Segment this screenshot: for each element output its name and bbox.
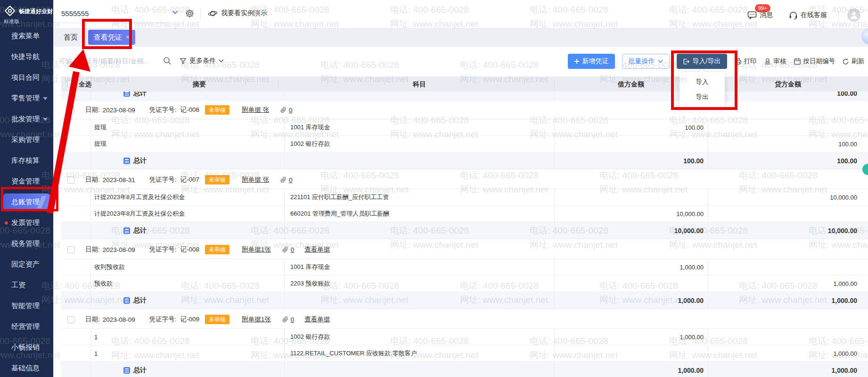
attachment-link[interactable]: 附单据1张 [242,315,271,324]
refresh-button[interactable]: 刷新 [842,57,864,66]
number-by-date-button[interactable]: 按日期编号 [794,57,835,66]
demo-link[interactable]: 我要看实例演示 [208,9,267,17]
entry-subject: 221101 应付职工薪酬_应付职工工资 [290,189,389,205]
batch-operations-button[interactable]: 批量操作 [622,54,670,69]
sidebar-item-label: 工资 [11,281,25,289]
entry-subject: 2203 预收账款 [290,276,330,292]
attachment-count: 0 [282,246,295,253]
voucher-entry-row: 计提2023年8月工资及社保公积金221101 应付职工薪酬_应付职工工资10,… [61,189,868,206]
sidebar-item-5[interactable]: 采购管理 [0,129,53,150]
entry-credit: 100.00 [838,136,857,152]
message-icon [747,11,757,19]
search-input[interactable] [59,53,160,68]
paperclip-icon [280,107,287,113]
attachment-count-link[interactable]: 0 [289,107,293,114]
attachment-link[interactable]: 附单据1张 [242,245,271,254]
import-export-label: 导入/导出 [693,57,721,66]
table-row-partial: 总计100.00100.00 [61,92,868,101]
voucher-group-header: 日期:2023-08-31凭证字号:记-007未审核附单据 张0 [61,171,868,189]
voucher-no-value: 记-007 [180,176,200,184]
tab-0[interactable]: 首页 [64,33,78,42]
attachment-count-link[interactable]: 0 [289,176,293,184]
column-summary: 摘要 [193,80,206,89]
attachment-count: 0 [282,316,295,323]
online-support-button[interactable]: 在线客服 [789,11,827,20]
calculator-icon [123,92,130,97]
avatar[interactable] [847,8,860,22]
messages-button[interactable]: 消息 99+ [747,11,776,19]
plus-icon [574,59,580,64]
sidebar-item-9[interactable]: 发票管理 [0,212,53,233]
row-checkbox[interactable] [67,246,74,253]
sidebar-item-16[interactable]: 基础信息 [0,358,53,377]
settings-gear-icon[interactable] [185,9,194,18]
date-label: 日期: [85,176,100,184]
status-badge: 未审核 [205,315,229,324]
audit-button[interactable]: 审核 [764,57,786,66]
entry-subject: 1001 库存现金 [290,119,330,135]
sidebar-item-1[interactable]: 快捷导航 [0,46,53,67]
sidebar-item-label: 项目合同 [11,73,40,81]
sidebar-item-8[interactable]: 总账管理 [3,193,50,210]
total-label: 总计 [133,366,147,375]
sidebar-item-12[interactable]: 工资 [0,275,53,295]
select-all-checkbox[interactable] [67,80,74,87]
company-name[interactable]: 5555555 [61,9,89,17]
attachment-count-link[interactable]: 0 [291,316,295,323]
new-voucher-button[interactable]: 新增凭证 [568,54,615,69]
attachment-link[interactable]: 附单据 张 [242,176,269,184]
entry-subject: 1122.RETAIL_CUSTOMER 应收账款.零散客户 [290,345,417,361]
sidebar-item-13[interactable]: 智能管理 [0,295,53,316]
dropdown-item-0[interactable]: 导入 [680,75,725,90]
status-badge: 未审核 [205,245,229,254]
sidebar-item-6[interactable]: 库存核算 [0,150,53,171]
total-credit: 1,000.00 [832,362,858,377]
import-export-dropdown: 导入导出 [680,72,725,107]
sidebar-item-2[interactable]: 项目合同 [0,67,53,88]
attachment-count-link[interactable]: 0 [291,246,295,253]
tab-1[interactable]: 查看凭证× [88,30,135,45]
entry-subject: 1002 银行存款 [290,136,330,152]
demo-link-label: 我要看实例演示 [221,9,267,17]
voucher-entry-row: 预收款2203 预收账款1,000.00 [61,276,868,292]
attachment-count: 0 [280,176,293,184]
attachment-link[interactable]: 附单据 张 [242,106,269,114]
more-conditions-button[interactable]: 更多条件 [180,57,224,65]
audit-label: 审核 [774,57,786,66]
sidebar-item-11[interactable]: 固定资产 [0,254,53,275]
row-checkbox[interactable] [67,107,74,114]
sidebar-item-label: 税务管理 [11,239,40,247]
sidebar-item-4[interactable]: 批发管理 [0,109,53,129]
view-documents-link[interactable]: 查看单据 [304,315,330,324]
voucher-group-0: 日期:2023-08-09凭证字号:记-006未审核附单据 张0提现1001 库… [61,101,868,169]
column-credit: 贷方金额 [775,80,801,89]
import-export-button[interactable]: 导入/导出 [677,54,727,69]
import-export-icon [683,58,690,65]
voucher-no-value: 记-006 [180,106,200,114]
row-checkbox[interactable] [67,316,74,323]
sidebar-item-10[interactable]: 税务管理 [0,233,53,254]
search-icon[interactable] [163,57,172,65]
row-checkbox[interactable] [67,176,74,184]
total-credit: 10,000.00 [828,222,857,239]
total-debit: 1,000.00 [678,292,704,309]
voucher-no-value: 记-009 [180,315,200,324]
sidebar-item-0[interactable]: 搜索菜单 [0,25,53,46]
print-button[interactable]: 打印 [734,57,757,66]
entry-summary: 计提2023年8月工资及社保公积金 [94,189,185,205]
messages-badge: 99+ [755,4,770,12]
sidebar-item-3[interactable]: 零售管理 [0,88,53,109]
sidebar-item-14[interactable]: 经营管理 [0,316,53,337]
paperclip-icon [282,316,288,323]
view-documents-link[interactable]: 查看单据 [304,245,330,254]
entry-summary: 1 [94,329,98,345]
sidebar-item-15[interactable]: 小畅报销 [0,337,53,358]
dropdown-item-1[interactable]: 导出 [680,90,725,105]
topbar-right: 消息 99+ 在线客服 [747,8,860,22]
sidebar-item-7[interactable]: 资金管理 [0,171,53,192]
voucher-entry-row: 计提2023年8月工资及社保公积金660201 管理费用_管理人员职工薪酬10,… [61,206,868,222]
tab-close-icon[interactable]: × [126,30,130,45]
company-switch-chevron-icon[interactable] [172,10,178,15]
entry-debit: 100.00 [685,119,704,135]
voucher-total-row: 总计1,000.001,000.00 [61,292,868,309]
